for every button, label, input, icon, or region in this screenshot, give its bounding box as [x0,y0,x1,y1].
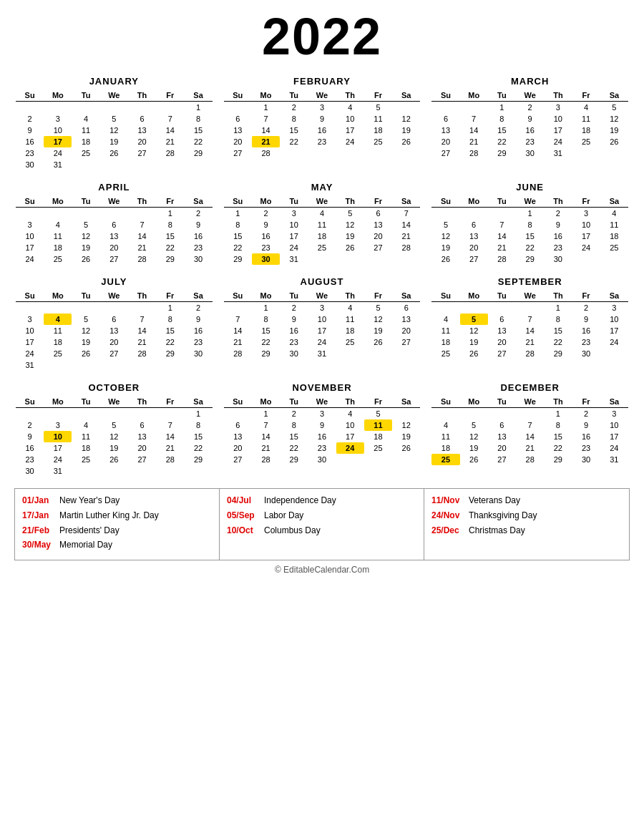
cal-day: 7 [156,419,184,431]
cal-day: 3 [600,302,628,314]
cal-day: 8 [224,219,252,230]
cal-day [572,253,600,265]
cal-day: 22 [156,336,184,348]
cal-day: 10 [336,419,364,431]
cal-day: 12 [392,419,420,431]
cal-day: 16 [16,442,44,454]
cal-day [364,147,392,159]
cal-day: 28 [252,454,280,465]
holiday-date: 10/Oct [227,525,264,537]
holiday-name: Christmas Day [469,525,525,537]
cal-day: 24 [44,454,72,465]
cal-day [100,465,128,477]
cal-table: SuMoTuWeThFrSa12345678910111213141516171… [16,396,213,477]
cal-day: 27 [488,454,516,465]
cal-day: 3 [308,102,336,114]
table-row: 1 [16,102,213,114]
cal-day: 8 [488,113,516,125]
cal-day: 9 [544,219,572,230]
cal-day: 22 [544,336,572,348]
holiday-name: Martin Luther King Jr. Day [59,510,159,522]
table-row: 19202122232425 [431,242,628,253]
table-row: 12131415161718 [431,230,628,242]
cal-day [16,102,44,114]
cal-day: 19 [100,136,128,147]
cal-day: 26 [600,136,628,147]
cal-day [16,408,44,420]
cal-day: 28 [488,253,516,265]
cal-day: 8 [280,419,308,431]
table-row: 10111213141516 [16,230,213,242]
cal-day: 20 [488,442,516,454]
cal-day: 21 [392,230,420,242]
day-header-sa: Sa [392,89,420,102]
cal-day: 27 [392,336,420,348]
cal-day: 12 [364,314,392,325]
table-row: 24252627282930 [16,348,213,359]
cal-day: 30 [544,253,572,265]
day-header-sa: Sa [392,290,420,302]
cal-day: 23 [184,242,212,253]
cal-day: 28 [392,242,420,253]
cal-day [364,348,392,359]
table-row: 24252627282930 [16,253,213,265]
day-header-tu: Tu [280,396,308,408]
cal-day: 18 [431,336,459,348]
cal-day [431,302,459,314]
table-row: 123 [431,302,628,314]
cal-day [516,408,544,420]
table-row: 1234567 [224,208,421,220]
cal-day [72,465,99,477]
cal-day: 6 [431,113,459,125]
cal-day: 13 [364,219,392,230]
cal-day: 20 [100,336,128,348]
holiday-col-col1: 01/JanNew Year's Day17/JanMartin Luther … [15,489,220,560]
cal-day: 14 [252,431,280,442]
cal-day: 24 [600,442,628,454]
table-row: 45678910 [431,419,628,431]
month-name: OCTOBER [16,382,213,393]
day-header-su: Su [16,89,44,102]
cal-day: 17 [16,242,44,253]
cal-day [72,302,99,314]
cal-day: 5 [364,302,392,314]
cal-day: 17 [44,136,72,147]
cal-day: 11 [44,230,72,242]
cal-day: 15 [224,230,252,242]
cal-day: 31 [600,454,628,465]
cal-day: 17 [572,230,600,242]
cal-day: 13 [431,125,459,136]
cal-day: 18 [72,136,99,147]
cal-day: 8 [252,314,280,325]
cal-day: 1 [252,408,280,420]
cal-day: 23 [184,336,212,348]
cal-day: 10 [600,314,628,325]
cal-day: 17 [44,442,72,454]
table-row: 12345 [224,102,421,114]
cal-day [184,359,212,371]
cal-day: 10 [600,419,628,431]
cal-day: 19 [364,325,392,336]
cal-day: 9 [572,314,600,325]
cal-day: 30 [516,147,544,159]
cal-day: 23 [308,442,336,454]
day-header-th: Th [336,290,364,302]
cal-day: 25 [72,147,99,159]
day-header-th: Th [544,89,572,102]
table-row: 14151617181920 [224,325,421,336]
cal-day: 11 [431,431,459,442]
cal-day: 5 [100,419,128,431]
cal-day: 15 [544,431,572,442]
cal-day: 6 [224,113,252,125]
table-row: 10111213141516 [16,325,213,336]
cal-day: 4 [600,208,628,220]
cal-day: 24 [16,253,44,265]
cal-day: 27 [364,242,392,253]
day-header-sa: Sa [600,195,628,208]
cal-day: 3 [16,314,44,325]
cal-day: 21 [252,136,280,147]
day-header-fr: Fr [572,396,600,408]
table-row: 3456789 [16,219,213,230]
day-header-we: We [516,396,544,408]
cal-table: SuMoTuWeThFrSa12345678910111213141516171… [16,290,213,371]
